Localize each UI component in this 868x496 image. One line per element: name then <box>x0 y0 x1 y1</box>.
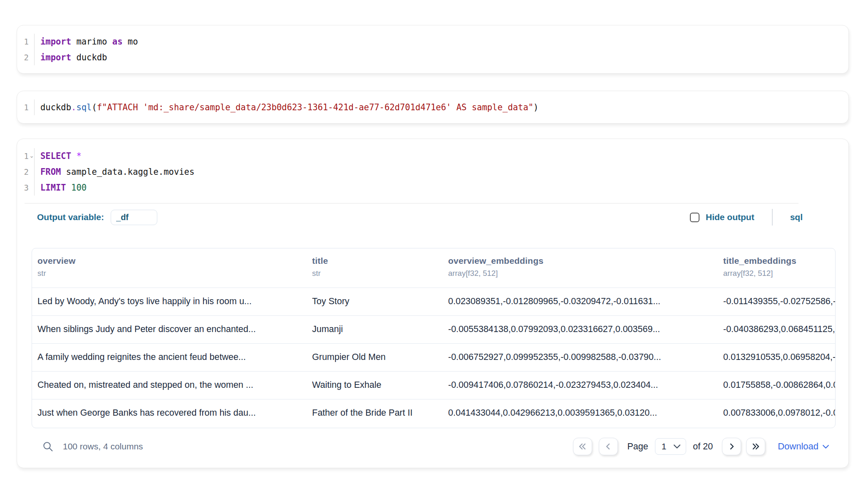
column-name: overview <box>37 256 312 266</box>
chevrons-right-icon <box>751 441 761 451</box>
hide-output-label[interactable]: Hide output <box>706 212 754 222</box>
code-token: mo <box>123 37 138 47</box>
table-row[interactable]: Cheated on, mistreated and stepped on, t… <box>32 371 835 399</box>
table-cell: 0.007833006,0.0978012,-0.01277752 <box>723 399 835 427</box>
code-token: duckdb <box>71 52 107 62</box>
table-cell: When siblings Judy and Peter discover an… <box>32 316 312 343</box>
code-token <box>71 151 76 161</box>
sql-cell: 1⌄SELECT *2FROM sample_data.kaggle.movie… <box>17 139 849 468</box>
line-number: 1⌄ <box>17 148 35 164</box>
table-cell: Father of the Bride Part II <box>312 399 448 427</box>
column-name: overview_embeddings <box>448 256 723 266</box>
table-cell: Just when George Banks has recovered fro… <box>32 399 312 427</box>
table-header-row: overviewstrtitlestroverview_embeddingsar… <box>32 248 835 288</box>
code-line: LIMIT 100 <box>35 180 87 196</box>
table-cell: -0.009417406,0.07860214,-0.023279453,0.0… <box>448 372 723 399</box>
chevron-left-icon <box>603 441 613 451</box>
table-cell: Led by Woody, Andy's toys live happily i… <box>32 288 312 315</box>
page-total-label: of 20 <box>693 441 713 452</box>
code-token <box>66 183 71 193</box>
table-cell: -0.040386293,0.068451125,-0.015613 <box>723 316 835 343</box>
chevron-right-icon <box>727 441 737 451</box>
page-label: Page <box>627 441 648 452</box>
code-token: sample_data.kaggle.movies <box>61 167 194 177</box>
column-header[interactable]: overviewstr <box>32 248 312 288</box>
page-select[interactable]: 1 <box>655 438 687 455</box>
column-name: title <box>312 256 448 266</box>
hide-output-checkbox[interactable] <box>690 213 699 222</box>
prev-page-button[interactable] <box>599 438 618 455</box>
code-token: * <box>76 151 81 161</box>
code-token: 100 <box>71 183 87 193</box>
code-token: SELECT <box>40 151 71 161</box>
code-line: import duckdb <box>35 50 107 65</box>
language-toggle[interactable]: sql <box>790 212 803 222</box>
code-line: duckdb.sql(f"ATTACH 'md:_share/sample_da… <box>35 99 538 115</box>
line-number: 2 <box>17 50 35 65</box>
editor-divider <box>25 203 799 203</box>
code-token: sql <box>76 102 92 112</box>
column-dtype: str <box>312 269 448 278</box>
code-token: . <box>71 102 76 112</box>
code-line: import marimo as mo <box>35 34 138 50</box>
page-select-value: 1 <box>662 441 667 451</box>
code-editor[interactable]: 1import marimo as mo2import duckdb <box>17 25 848 65</box>
table-row[interactable]: A family wedding reignites the ancient f… <box>32 343 835 371</box>
download-label: Download <box>778 441 818 452</box>
download-button[interactable]: Download <box>778 441 829 452</box>
result-table: overviewstrtitlestroverview_embeddingsar… <box>32 248 836 428</box>
first-page-button[interactable] <box>573 438 592 455</box>
table-cell: 0.0132910535,0.06958204,-0.0021386 <box>723 344 835 371</box>
column-name: title_embeddings <box>723 256 835 266</box>
table-body: Led by Woody, Andy's toys live happily i… <box>32 288 835 427</box>
code-token: marimo <box>71 37 112 47</box>
code-token: ) <box>533 102 538 112</box>
table-cell: -0.006752927,0.099952355,-0.009982588,-0… <box>448 344 723 371</box>
table-cell: Jumanji <box>312 316 448 343</box>
table-cell: -0.011439355,-0.02752586,-0.034929 <box>723 288 835 315</box>
code-editor[interactable]: 1⌄SELECT *2FROM sample_data.kaggle.movie… <box>17 139 848 196</box>
last-page-button[interactable] <box>746 438 765 455</box>
code-token: as <box>112 37 123 47</box>
output-variable-input[interactable] <box>111 210 157 225</box>
column-dtype: array[f32, 512] <box>448 269 723 278</box>
chevron-down-icon <box>822 444 829 449</box>
code-cell-imports: 1import marimo as mo2import duckdb <box>17 25 849 74</box>
chevron-down-icon <box>673 444 681 449</box>
search-icon <box>42 441 54 452</box>
code-token: import <box>40 37 71 47</box>
output-variable-label: Output variable: <box>37 212 104 222</box>
table-row[interactable]: When siblings Judy and Peter discover an… <box>32 315 835 343</box>
fold-toggle-icon[interactable]: ⌄ <box>29 148 34 163</box>
code-editor[interactable]: 1duckdb.sql(f"ATTACH 'md:_share/sample_d… <box>17 91 848 115</box>
column-dtype: array[f32, 512] <box>723 269 835 278</box>
line-number: 1 <box>17 34 35 50</box>
table-row[interactable]: Just when George Banks has recovered fro… <box>32 399 835 427</box>
table-cell: Waiting to Exhale <box>312 372 448 399</box>
table-cell: 0.01755858,-0.00862864,0.011384523 <box>723 372 835 399</box>
line-number: 3 <box>17 180 35 196</box>
column-dtype: str <box>37 269 312 278</box>
code-token: ( <box>92 102 97 112</box>
table-cell: Toy Story <box>312 288 448 315</box>
row-count-summary: 100 rows, 4 columns <box>63 441 143 451</box>
code-token: f"ATTACH 'md:_share/sample_data/23b0d623… <box>97 102 533 112</box>
table-cell: Cheated on, mistreated and stepped on, t… <box>32 372 312 399</box>
toolbar-divider <box>772 209 773 226</box>
sql-cell-toolbar: Output variable: Hide output sql <box>37 207 803 228</box>
table-row[interactable]: Led by Woody, Andy's toys live happily i… <box>32 288 835 315</box>
code-token: FROM <box>40 167 61 177</box>
search-button[interactable] <box>42 441 54 452</box>
column-header[interactable]: title_embeddingsarray[f32, 512] <box>723 248 835 288</box>
line-number: 2 <box>17 164 35 180</box>
next-page-button[interactable] <box>722 438 741 455</box>
column-header[interactable]: titlestr <box>312 248 448 288</box>
table-cell: Grumpier Old Men <box>312 344 448 371</box>
code-token: duckdb <box>40 102 71 112</box>
table-cell: -0.0055384138,0.07992093,0.023316627,0.0… <box>448 316 723 343</box>
column-header[interactable]: overview_embeddingsarray[f32, 512] <box>448 248 723 288</box>
pagination: Page 1 of 20 <box>573 438 829 455</box>
code-token: LIMIT <box>40 183 66 193</box>
table-cell: A family wedding reignites the ancient f… <box>32 344 312 371</box>
code-token: import <box>40 52 71 62</box>
